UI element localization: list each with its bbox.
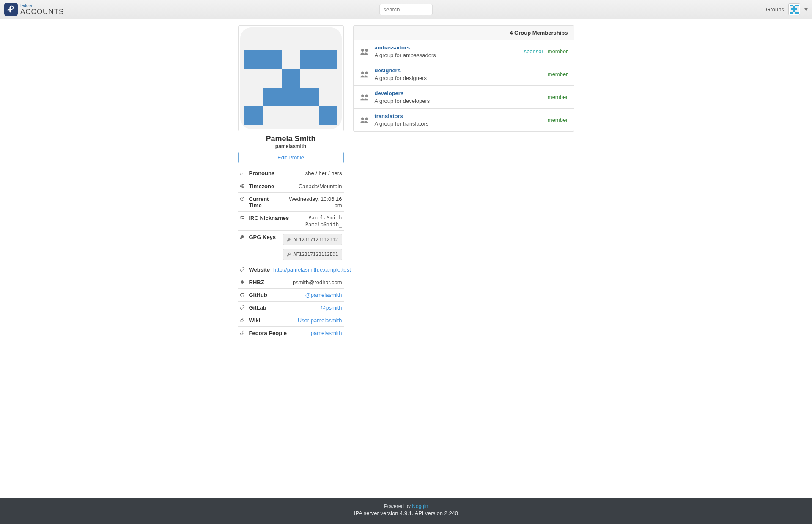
current-time-value: Wednesday, 10:06:16 pm: [284, 196, 342, 209]
brand-large-text: ACCOUNTS: [20, 8, 64, 15]
row-current-time: Current Time Wednesday, 10:06:16 pm: [238, 193, 344, 212]
group-name-link[interactable]: designers: [375, 67, 427, 74]
role-sponsor: sponsor: [524, 48, 543, 55]
footer-version: IPA server version 4.9.1. API version 2.…: [0, 510, 812, 516]
svg-rect-3: [793, 6, 795, 8]
edit-profile-button[interactable]: Edit Profile: [238, 152, 344, 163]
row-github: GitHub @pamelasmith: [238, 289, 344, 302]
wiki-value[interactable]: User:pamelasmith: [298, 317, 342, 324]
page-content: Pamela Smith pamelasmith Edit Profile ○ …: [238, 25, 574, 339]
link-icon: [240, 267, 246, 272]
group-roles: member: [548, 117, 568, 123]
user-menu-caret-icon[interactable]: [804, 8, 808, 11]
role-member: member: [548, 117, 568, 123]
group-name-link[interactable]: translators: [375, 112, 429, 120]
row-fedorapeople: Fedora People pamelasmith: [238, 327, 344, 339]
fedorapeople-label: Fedora People: [249, 330, 287, 336]
rhbz-value: psmith@redhat.com: [293, 279, 342, 285]
clock-icon: [240, 196, 246, 201]
timezone-label: Timezone: [249, 183, 274, 189]
gitlab-value[interactable]: @psmith: [320, 305, 342, 311]
memberships-title: 4 Group Memberships: [354, 26, 574, 40]
profile-name: Pamela Smith: [238, 134, 344, 143]
pronouns-label: Pronouns: [249, 170, 275, 176]
link-icon: [240, 318, 246, 323]
gitlab-label: GitLab: [249, 305, 266, 311]
row-timezone: Timezone Canada/Mountain: [238, 180, 344, 193]
brand-link[interactable]: fedora ACCOUNTS: [4, 3, 64, 16]
role-member: member: [548, 94, 568, 100]
gpg-value-0: AF12317123112312: [294, 237, 338, 242]
users-icon: [359, 47, 370, 56]
svg-rect-6: [790, 12, 793, 14]
group-roles: sponsormember: [524, 48, 568, 55]
link-icon: [240, 330, 246, 335]
github-value[interactable]: @pamelasmith: [305, 292, 342, 298]
group-roles: member: [548, 71, 568, 77]
group-desc: A group for developers: [375, 97, 430, 105]
fedorapeople-value[interactable]: pamelasmith: [311, 330, 342, 336]
group-rows: ambassadors A group for ambassadors spon…: [354, 40, 574, 131]
current-time-label: Current Time: [249, 196, 281, 209]
site-footer: Powered by Noggin IPA server version 4.9…: [0, 498, 812, 524]
group-text: designers A group for designers: [375, 67, 427, 82]
wiki-label: Wiki: [249, 317, 261, 324]
group-text: translators A group for translators: [375, 112, 429, 127]
key-small-icon: [287, 252, 291, 257]
gpg-key-chip[interactable]: AF12317123112312: [283, 234, 342, 245]
group-row: designers A group for designers member: [354, 63, 574, 86]
pronouns-icon: ○: [240, 170, 246, 177]
fedora-logo: [4, 3, 18, 16]
right-nav: Groups: [766, 3, 808, 15]
irc-label: IRC Nicknames: [249, 215, 289, 221]
top-header: fedora ACCOUNTS Groups: [0, 0, 812, 19]
groups-link[interactable]: Groups: [766, 6, 784, 13]
website-value[interactable]: http://pamelasmith.example.test: [273, 266, 351, 273]
row-website: Website http://pamelasmith.example.test: [238, 263, 344, 276]
powered-by-link[interactable]: Noggin: [412, 503, 428, 509]
svg-rect-5: [793, 10, 795, 12]
group-name-link[interactable]: ambassadors: [375, 44, 436, 52]
irc-values: PamelaSmith PamelaSmith_: [305, 215, 342, 228]
github-label: GitHub: [249, 292, 267, 298]
gpg-value-1: AF12317123112ED1: [294, 252, 338, 257]
key-icon: [240, 234, 246, 239]
svg-rect-4: [791, 8, 797, 10]
pronouns-value: she / her / hers: [305, 170, 342, 176]
svg-rect-7: [795, 12, 799, 14]
chat-icon: [240, 215, 246, 220]
avatar-box: [238, 25, 344, 131]
group-desc: A group for translators: [375, 120, 429, 128]
identicon-icon: [244, 32, 337, 125]
irc-value-1: PamelaSmith_: [305, 222, 342, 228]
row-pronouns: ○ Pronouns she / her / hers: [238, 167, 344, 180]
group-text: developers A group for developers: [375, 90, 430, 104]
memberships-column: 4 Group Memberships ambassadors A group …: [353, 25, 574, 132]
group-row: developers A group for developers member: [354, 86, 574, 109]
gpg-key-chip[interactable]: AF12317123112ED1: [283, 249, 342, 260]
svg-rect-1: [790, 5, 793, 6]
row-wiki: Wiki User:pamelasmith: [238, 314, 344, 327]
users-icon: [359, 93, 370, 102]
group-name-link[interactable]: developers: [375, 90, 430, 97]
bug-icon: [240, 280, 246, 285]
profile-column: Pamela Smith pamelasmith Edit Profile ○ …: [238, 25, 344, 339]
rhbz-label: RHBZ: [249, 279, 264, 285]
link-icon: [240, 305, 246, 310]
users-icon: [359, 70, 370, 79]
row-gpg: GPG Keys AF12317123112312 AF12317123112E…: [238, 231, 344, 263]
profile-username: pamelasmith: [238, 143, 344, 149]
group-row: ambassadors A group for ambassadors spon…: [354, 40, 574, 63]
row-rhbz: RHBZ psmith@redhat.com: [238, 276, 344, 289]
group-row: translators A group for translators memb…: [354, 109, 574, 131]
role-member: member: [548, 48, 568, 55]
profile-info-list: ○ Pronouns she / her / hers Timezone Can…: [238, 167, 344, 339]
role-member: member: [548, 71, 568, 77]
key-small-icon: [287, 238, 291, 242]
search-container: [380, 4, 433, 15]
user-menu-avatar[interactable]: [788, 3, 800, 15]
avatar-bg: [240, 27, 342, 129]
brand-text: fedora ACCOUNTS: [20, 4, 64, 15]
memberships-panel: 4 Group Memberships ambassadors A group …: [353, 25, 574, 132]
search-input[interactable]: [380, 4, 433, 15]
